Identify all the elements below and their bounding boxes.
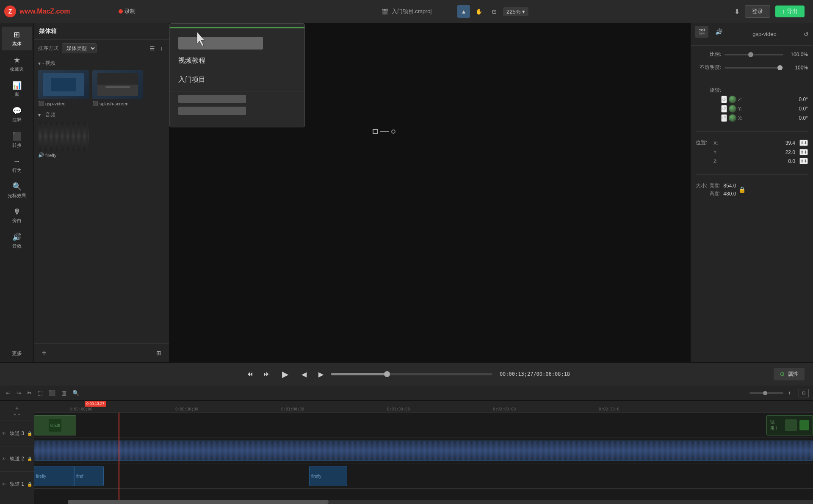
track-vis-3[interactable]: 👁 bbox=[2, 431, 6, 436]
opacity-slider[interactable] bbox=[725, 67, 783, 69]
window-title: 入门项目.cmproj bbox=[392, 8, 432, 15]
audio-panel-tab[interactable]: 🔊 bbox=[712, 26, 725, 38]
list-view-button[interactable]: ☰ bbox=[148, 44, 157, 52]
more-button[interactable]: 更多 bbox=[12, 350, 22, 357]
logo-icon: Z bbox=[4, 6, 16, 17]
login-button[interactable]: 登录 bbox=[745, 5, 770, 18]
clip-track1-firefly-3[interactable]: firefly bbox=[309, 466, 347, 486]
pan-tool-button[interactable]: ✋ bbox=[473, 5, 485, 18]
redo-button[interactable]: ↪ bbox=[15, 389, 23, 397]
annotation-nav-icon: 💬 bbox=[12, 106, 22, 116]
zoom-selector[interactable]: 225% ▾ bbox=[503, 7, 528, 16]
rotation-x-row: ↺ X: 0.0° bbox=[721, 114, 808, 122]
audio-section-collapse-icon[interactable]: ▾ bbox=[38, 112, 41, 118]
rewind-button[interactable]: ⏮ bbox=[243, 367, 257, 381]
splash-screen-thumb bbox=[92, 70, 143, 99]
refresh-button[interactable]: ↺ bbox=[804, 26, 809, 43]
select-tool-button[interactable]: ▲ bbox=[457, 5, 470, 18]
timecode-total: 00:06:08;18 bbox=[536, 371, 570, 377]
properties-button[interactable]: ⚙ 属性 bbox=[774, 368, 805, 380]
grid-layout-button[interactable]: ⊞ bbox=[153, 347, 165, 359]
prev-frame-button[interactable]: ◀ bbox=[297, 367, 311, 381]
video-panel-tab[interactable]: 🎬 bbox=[695, 26, 708, 38]
add-media-button[interactable]: + bbox=[38, 347, 50, 359]
sidebar-item-behavior[interactable]: → 行为 bbox=[2, 154, 32, 177]
help-intro-project[interactable]: 入门项目 bbox=[170, 70, 304, 89]
copy-button[interactable]: ⬚ bbox=[36, 389, 44, 397]
position-z-spinner[interactable]: ⬆⬇ bbox=[799, 158, 808, 164]
track-1-name: 轨道 1 bbox=[10, 481, 24, 488]
scale-label: 比例: bbox=[696, 51, 721, 58]
clip-track3-video[interactable]: 状况图 bbox=[34, 415, 76, 435]
reset-rotation-y-button[interactable]: ↺ bbox=[721, 105, 727, 113]
download-icon[interactable]: ⬇ bbox=[734, 8, 740, 16]
timeline-ruler: 0:00:13;27 0:00:00;00 0:00:30;00 0:01:00… bbox=[34, 401, 813, 413]
zoom-out-track-button[interactable]: − bbox=[18, 412, 20, 417]
timeline-content: 0:00:13;27 0:00:00;00 0:00:30;00 0:01:00… bbox=[34, 401, 813, 504]
media-item-firefly[interactable]: 🔊 firefly bbox=[38, 122, 89, 158]
position-y-spinner[interactable]: ⬆⬇ bbox=[799, 149, 808, 155]
progress-fill bbox=[331, 373, 387, 375]
magnify-button[interactable]: 🔍 bbox=[71, 389, 81, 397]
zoom-out-button[interactable]: − bbox=[83, 389, 90, 397]
top-right-area: ⬇ 登录 ↑ 导出 bbox=[734, 5, 805, 18]
step-back-button[interactable]: ⏭ bbox=[260, 367, 274, 381]
reset-rotation-z-button[interactable]: ↺ bbox=[721, 96, 727, 103]
zoom-slider[interactable] bbox=[749, 392, 783, 394]
record-button[interactable]: 录制 bbox=[119, 8, 136, 15]
sidebar-item-convert[interactable]: ⬛ 转换 bbox=[2, 128, 32, 152]
clip-track2-audio[interactable] bbox=[34, 441, 813, 461]
play-button[interactable]: ▶ bbox=[277, 366, 294, 383]
zoom-slider-area bbox=[749, 392, 783, 394]
left-nav: ⊞ 媒体 ★ 收藏夹 📊 库 💬 注释 ⬛ 转换 → 行为 bbox=[0, 23, 34, 362]
sidebar-item-favorites[interactable]: ★ 收藏夹 bbox=[2, 52, 32, 76]
rotation-y-value: 0.0° bbox=[748, 106, 808, 112]
timeline-scrollbar-thumb[interactable] bbox=[68, 500, 329, 504]
zoom-in-track-button[interactable]: + bbox=[14, 412, 16, 417]
logo-area: Z www.MacZ.com bbox=[0, 6, 114, 17]
media-item-gsp-video[interactable]: ⬛ gsp-video bbox=[38, 70, 89, 106]
export-button[interactable]: ↑ 导出 bbox=[775, 6, 805, 17]
media-item-splash-screen[interactable]: ⬛ splash-screen bbox=[92, 70, 143, 106]
scale-slider[interactable] bbox=[725, 54, 783, 55]
timeline-scrollbar[interactable] bbox=[68, 500, 813, 504]
sidebar-item-library[interactable]: 📊 库 bbox=[2, 77, 32, 101]
sidebar-item-voiceover[interactable]: 🎙 旁白 bbox=[2, 204, 32, 227]
help-video-tutorial[interactable]: 视频教程 bbox=[170, 51, 304, 70]
clip-track1-firefly-2[interactable]: firef bbox=[74, 466, 104, 486]
undo-button[interactable]: ↩ bbox=[4, 389, 12, 397]
crop-tool-button[interactable]: ⊡ bbox=[488, 5, 501, 18]
export-icon: ↑ bbox=[782, 8, 785, 15]
rotation-x-label: X: bbox=[738, 116, 747, 121]
video-section-collapse-icon[interactable]: ▾ bbox=[38, 61, 41, 66]
add-track-button[interactable]: + bbox=[15, 405, 19, 411]
track-lock-1: 🔒 bbox=[27, 482, 32, 487]
sidebar-item-annotation[interactable]: 💬 注释 bbox=[2, 103, 32, 127]
size-lock-icon[interactable]: 🔒 bbox=[738, 186, 746, 193]
track-vis-1[interactable]: 👁 bbox=[2, 482, 6, 487]
divider-2 bbox=[696, 131, 808, 132]
sidebar-item-audio[interactable]: 🔊 音效 bbox=[2, 229, 32, 253]
sort-desc-button[interactable]: ↓ bbox=[158, 44, 165, 52]
sidebar-item-media[interactable]: ⊞ 媒体 bbox=[2, 27, 32, 50]
playhead-time-indicator: 0:00:13;27 bbox=[85, 401, 106, 407]
timeline-header-spacer: + + − bbox=[0, 401, 34, 421]
divider-3 bbox=[696, 174, 808, 175]
clip-track1-firefly-1[interactable]: firefly bbox=[34, 466, 74, 486]
gsp-video-label: ⬛ gsp-video bbox=[38, 101, 89, 106]
paste-button[interactable]: ⬛ bbox=[47, 389, 57, 397]
overwrite-button[interactable]: ▥ bbox=[60, 389, 68, 397]
progress-bar[interactable] bbox=[331, 373, 492, 375]
firefly-clip1-label: firefly bbox=[36, 474, 46, 479]
sidebar-item-label-voiceover: 旁白 bbox=[12, 218, 22, 224]
scissors-button[interactable]: ✂ bbox=[25, 389, 33, 397]
expand-button[interactable]: ⊡ bbox=[799, 389, 809, 397]
sort-select[interactable]: 媒体类型 bbox=[62, 43, 97, 53]
zoom-in-button[interactable]: + bbox=[786, 389, 793, 397]
position-x-spinner[interactable]: ⬆⬇ bbox=[799, 140, 808, 146]
conn-line bbox=[380, 131, 389, 132]
sidebar-item-cursor[interactable]: 🔍 光标效果 bbox=[2, 179, 32, 202]
next-frame-button[interactable]: ▶ bbox=[314, 367, 328, 381]
reset-rotation-x-button[interactable]: ↺ bbox=[721, 114, 727, 122]
track-vis-2[interactable]: 👁 bbox=[2, 457, 6, 461]
